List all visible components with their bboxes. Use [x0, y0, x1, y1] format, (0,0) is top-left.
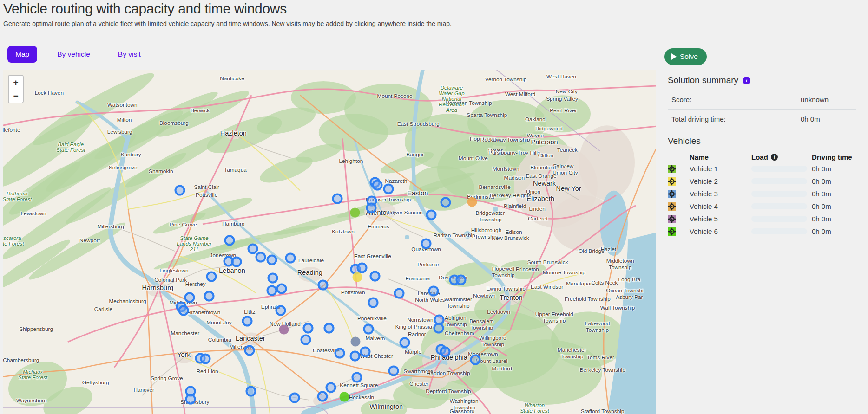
vehicle-name: Vehicle 4: [690, 202, 751, 210]
visit-marker[interactable]: [421, 239, 432, 249]
vehicle-name: Vehicle 3: [690, 190, 751, 198]
vehicle-crosshair-icon: [668, 227, 676, 236]
tab-map[interactable]: Map: [7, 46, 37, 63]
tab-by-vehicle[interactable]: By vehicle: [49, 46, 98, 63]
vehicle-row-vehicle-1: Vehicle 10h 0m: [668, 162, 865, 175]
depot-marker[interactable]: [353, 272, 362, 282]
page-header: Vehicle routing with capacity and time w…: [3, 1, 452, 27]
visit-marker[interactable]: [383, 184, 394, 194]
summary-row-score: Score:unknown: [668, 90, 856, 110]
visit-marker[interactable]: [441, 197, 451, 207]
visit-marker[interactable]: [455, 274, 466, 285]
vehicle-row-vehicle-3: Vehicle 30h 0m: [668, 188, 865, 200]
visit-marker[interactable]: [317, 280, 328, 291]
summary-row-total-driving-time: Total driving time:0h 0m: [668, 110, 856, 129]
visit-marker[interactable]: [470, 354, 480, 365]
visit-marker[interactable]: [184, 292, 195, 303]
visit-marker[interactable]: [275, 305, 286, 316]
visit-marker[interactable]: [301, 335, 311, 345]
map-decor: [3, 70, 656, 414]
tab-by-visit[interactable]: By visit: [110, 46, 149, 63]
depot-marker[interactable]: [279, 325, 289, 335]
vehicles-header-row: NameLoad iDriving time: [668, 151, 865, 162]
page-title: Vehicle routing with capacity and time w…: [3, 1, 452, 17]
solution-summary-table: Score:unknownTotal driving time:0h 0m: [668, 90, 856, 129]
summary-label: Total driving time:: [671, 115, 801, 123]
visit-marker[interactable]: [323, 323, 334, 333]
visit-marker[interactable]: [185, 394, 196, 405]
visit-marker[interactable]: [224, 235, 235, 246]
vehicle-load-bar: [751, 178, 807, 184]
visit-marker[interactable]: [267, 255, 277, 265]
visit-marker[interactable]: [372, 180, 382, 190]
vehicle-crosshair-icon: [668, 190, 676, 198]
visit-marker[interactable]: [426, 210, 437, 220]
visit-marker[interactable]: [366, 202, 376, 213]
depot-marker[interactable]: [467, 197, 477, 207]
vehicles-heading: Vehicles: [668, 136, 701, 146]
info-icon[interactable]: i: [743, 77, 750, 84]
vehicle-load-bar: [751, 166, 807, 172]
visit-marker[interactable]: [335, 348, 345, 359]
solve-button[interactable]: Solve: [664, 48, 707, 65]
solution-summary-heading: Solution summary i: [668, 75, 750, 85]
visit-marker[interactable]: [178, 305, 189, 316]
visit-marker[interactable]: [368, 298, 379, 308]
vehicle-driving-time: 0h 0m: [812, 165, 865, 173]
zoom-out-button[interactable]: −: [9, 89, 23, 103]
vehicle-row-vehicle-2: Vehicle 20h 0m: [668, 175, 865, 188]
vehicle-row-vehicle-4: Vehicle 40h 0m: [668, 200, 865, 213]
visit-marker[interactable]: [394, 288, 405, 298]
vehicle-driving-time: 0h 0m: [812, 202, 865, 210]
solve-button-label: Solve: [680, 52, 698, 61]
zoom-in-button[interactable]: +: [9, 76, 23, 89]
vehicle-name: Vehicle 6: [690, 227, 751, 235]
vehicle-crosshair-icon: [668, 215, 676, 223]
visit-marker[interactable]: [267, 285, 277, 296]
visit-marker[interactable]: [231, 257, 242, 267]
visit-marker[interactable]: [242, 316, 252, 327]
visit-marker[interactable]: [440, 346, 450, 357]
visit-marker[interactable]: [200, 353, 210, 364]
tab-bar: MapBy vehicleBy visit: [7, 46, 149, 63]
visit-marker[interactable]: [267, 272, 278, 283]
visit-marker[interactable]: [276, 283, 287, 294]
visit-marker[interactable]: [175, 185, 185, 196]
visit-marker[interactable]: [332, 193, 342, 204]
vehicle-load-bar: [751, 216, 807, 222]
visit-marker[interactable]: [285, 252, 296, 263]
vehicle-load-bar: [751, 228, 807, 234]
vehicle-row-vehicle-5: Vehicle 50h 0m: [668, 213, 865, 225]
vehicle-driving-time: 0h 0m: [812, 177, 865, 185]
play-icon: [671, 53, 677, 60]
visit-marker[interactable]: [428, 286, 439, 297]
visit-marker[interactable]: [388, 365, 399, 376]
visit-marker[interactable]: [352, 372, 362, 383]
visit-marker[interactable]: [325, 382, 336, 393]
visit-marker[interactable]: [206, 271, 217, 282]
depot-marker[interactable]: [340, 392, 349, 401]
load-info-icon[interactable]: i: [771, 154, 778, 161]
visit-marker[interactable]: [248, 243, 258, 254]
visit-marker[interactable]: [360, 346, 371, 357]
summary-value: unknown: [801, 96, 829, 104]
visit-marker[interactable]: [302, 323, 313, 334]
map-zoom-control: + −: [8, 75, 24, 104]
map[interactable]: HazletonHarrisburgReadingLancasterAllent…: [3, 70, 656, 414]
depot-marker[interactable]: [350, 207, 360, 217]
visit-marker[interactable]: [370, 271, 381, 282]
visit-marker[interactable]: [256, 252, 266, 263]
visit-marker[interactable]: [289, 393, 300, 403]
visit-marker[interactable]: [433, 323, 444, 333]
depot-marker[interactable]: [351, 337, 361, 347]
visit-marker[interactable]: [317, 391, 328, 402]
visit-marker[interactable]: [246, 386, 256, 397]
visit-marker[interactable]: [204, 291, 215, 302]
visit-marker[interactable]: [244, 345, 255, 356]
vehicle-row-vehicle-6: Vehicle 60h 0m: [668, 225, 865, 238]
visit-marker[interactable]: [363, 324, 374, 335]
column-driving-time: Driving time: [812, 153, 865, 161]
visit-marker[interactable]: [349, 351, 360, 362]
visit-marker[interactable]: [399, 337, 410, 348]
vehicles-table: NameLoad iDriving timeVehicle 10h 0mVehi…: [668, 151, 865, 238]
